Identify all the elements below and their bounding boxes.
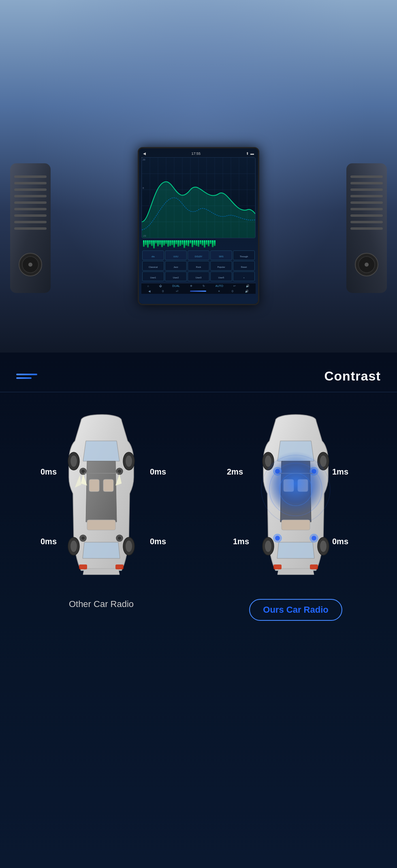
svg-rect-9 [14, 227, 47, 230]
svg-rect-91 [273, 564, 282, 569]
ours-car-svg [251, 408, 340, 587]
contrast-line-2 [16, 377, 32, 379]
svg-rect-16 [350, 188, 383, 191]
screen-topbar: ◀ 17:55 ⬆ ▬ [141, 151, 256, 156]
other-delay-br: 0ms [150, 537, 166, 546]
contrast-title: Contrast [324, 369, 381, 384]
svg-point-71 [320, 455, 327, 467]
svg-rect-5 [14, 201, 47, 204]
svg-rect-20 [350, 214, 383, 217]
contrast-icon [16, 374, 37, 379]
right-vent-svg [344, 159, 389, 297]
svg-rect-14 [350, 175, 383, 178]
right-vent-area [344, 159, 389, 297]
contrast-header: Contrast [0, 369, 397, 392]
back-arrow: ◀ [143, 152, 146, 156]
svg-rect-87 [284, 479, 294, 492]
svg-point-73 [265, 541, 271, 552]
eq-modes-row2: Classical Jazz Rock Popular Reset [141, 261, 256, 271]
svg-point-69 [265, 455, 271, 467]
svg-rect-7 [14, 214, 47, 217]
svg-point-81 [275, 536, 280, 541]
svg-rect-92 [310, 564, 318, 569]
svg-rect-6 [14, 208, 47, 210]
ours-delay-tl: 2ms [227, 467, 243, 477]
top-section: BUILT-IN DSP Supports 36EQ adjustment, a… [0, 0, 397, 353]
ours-car-label-button[interactable]: Ours Car Radio [249, 599, 342, 621]
svg-rect-19 [350, 208, 383, 210]
svg-rect-15 [350, 182, 383, 184]
svg-point-52 [126, 541, 132, 552]
ours-car-view: 2ms 1ms 1ms 0ms [251, 408, 340, 587]
svg-point-60 [118, 537, 121, 540]
other-delay-tl: 0ms [41, 467, 57, 477]
svg-point-12 [28, 263, 32, 267]
svg-rect-18 [350, 201, 383, 204]
bottom-section: Contrast 0ms 0ms 0ms 0ms [0, 353, 397, 868]
bottom-nav: ⌂ ⏻ DUAL ❄ ↻ AUTO ↩ 🔊 [141, 283, 256, 289]
svg-point-56 [118, 470, 121, 473]
ours-delay-bl: 1ms [233, 537, 249, 546]
other-car-view: 0ms 0ms 0ms 0ms [57, 408, 146, 587]
screen-content: ◀ 17:55 ⬆ ▬ [139, 148, 258, 304]
svg-rect-17 [350, 195, 383, 197]
screen-time: 17:55 [191, 152, 201, 156]
svg-rect-8 [14, 221, 47, 223]
screen-icons: ⬆ ▬ [246, 152, 254, 156]
svg-rect-62 [103, 479, 113, 492]
car-screen-section: ◀ 17:55 ⬆ ▬ [0, 127, 397, 338]
ours-car-comparison: 2ms 1ms 1ms 0ms [212, 408, 380, 621]
left-vent-svg [8, 159, 53, 297]
svg-rect-65 [79, 564, 87, 569]
svg-point-46 [70, 455, 77, 467]
car-screen: ◀ 17:55 ⬆ ▬ [138, 147, 259, 305]
svg-point-75 [320, 541, 327, 552]
eq-bars [141, 239, 256, 249]
svg-point-58 [81, 537, 85, 540]
svg-point-48 [126, 455, 132, 467]
other-car-comparison: 0ms 0ms 0ms 0ms [17, 408, 185, 609]
other-delay-tr: 0ms [150, 467, 166, 477]
eq-chart: 29 8 -23 [141, 157, 256, 238]
comparison-area: 0ms 0ms 0ms 0ms [0, 408, 397, 621]
bottom-nav2: ◀ 0 ⏎ ≡ 0 🔊 [141, 289, 256, 294]
svg-rect-2 [14, 182, 47, 184]
svg-rect-22 [350, 227, 383, 230]
svg-rect-89 [282, 520, 310, 530]
eq-modes-row1: dts UUU DOLBY SRS Through [141, 250, 256, 260]
other-delay-bl: 0ms [41, 537, 57, 546]
svg-rect-21 [350, 221, 383, 223]
svg-point-54 [81, 470, 85, 473]
eq-modes-row3: User1 User2 User3 User5 + [141, 272, 256, 281]
svg-rect-63 [87, 520, 115, 530]
svg-rect-66 [115, 564, 124, 569]
svg-rect-1 [14, 175, 47, 178]
svg-rect-61 [89, 479, 99, 492]
ours-delay-br: 0ms [332, 537, 348, 546]
left-vent-area [8, 159, 53, 297]
svg-point-83 [312, 536, 316, 541]
svg-rect-88 [298, 479, 308, 492]
ours-delay-tr: 1ms [332, 467, 348, 477]
other-car-svg [57, 408, 146, 587]
svg-point-50 [70, 541, 77, 552]
svg-rect-3 [14, 188, 47, 191]
eq-chart-svg [142, 158, 255, 238]
other-car-label: Other Car Radio [69, 599, 134, 609]
contrast-line-1 [16, 374, 37, 375]
svg-rect-4 [14, 195, 47, 197]
